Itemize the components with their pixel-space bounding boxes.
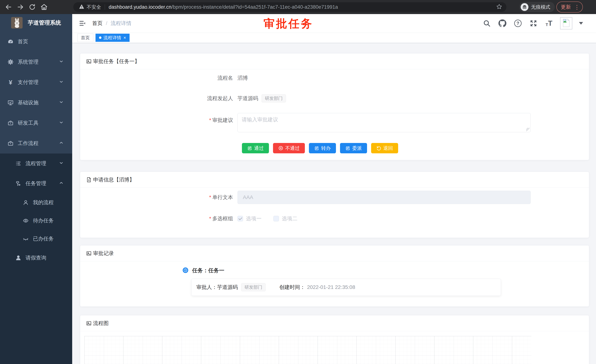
url-separator	[105, 4, 105, 10]
checkbox-label: 选项二	[282, 215, 298, 222]
main-area: 首页 / 流程详情 审批任务 ? TT	[72, 14, 596, 364]
approver-label: 审批人：	[196, 284, 217, 291]
avatar[interactable]	[560, 17, 572, 29]
active-dot-icon	[99, 36, 101, 39]
url-bar[interactable]: 不安全 dashboard.yudao.iocoder.cn /bpm/proc…	[73, 2, 507, 12]
breadcrumb-separator: /	[106, 20, 107, 26]
browser-toolbar: 不安全 dashboard.yudao.iocoder.cn /bpm/proc…	[0, 0, 596, 14]
screen: 不安全 dashboard.yudao.iocoder.cn /bpm/proc…	[0, 0, 596, 364]
apply-info-card: 申请信息【滔博】 *单行文本 *多选框组 选项一	[80, 172, 589, 238]
sidebar-item-infrastructure[interactable]: 基础设施	[0, 93, 72, 113]
button-label: 通过	[254, 145, 264, 152]
avatar-caret-icon[interactable]	[579, 22, 583, 25]
bookmark-star-icon[interactable]	[496, 4, 502, 11]
dept-tag: 研发部门	[261, 94, 286, 102]
github-icon[interactable]	[498, 19, 507, 28]
tab-close-icon[interactable]: ×	[123, 36, 126, 40]
sidebar-item-done-tasks[interactable]: 已办任务	[0, 230, 72, 248]
reject-button[interactable]: 不通过	[273, 143, 305, 153]
suggestion-textarea[interactable]	[238, 113, 531, 132]
app-title: 芋道管理系统	[28, 19, 61, 27]
sidebar-item-label: 系统管理	[18, 58, 38, 66]
sidebar-item-label: 基础设施	[18, 99, 38, 106]
briefcase-icon	[7, 120, 14, 126]
chevron-down-icon	[59, 79, 64, 86]
process-diagram-card: 流程图	[80, 315, 589, 364]
tab-label: 流程详情	[104, 35, 121, 41]
initiator-value: 芋道源码 研发部门	[238, 94, 286, 102]
return-button[interactable]: 退回	[371, 143, 398, 153]
sidebar-item-devtools[interactable]: 研发工具	[0, 113, 72, 133]
incognito-label: 无痕模式	[531, 4, 550, 10]
button-label: 不通过	[285, 145, 300, 152]
update-label[interactable]: 更新	[561, 4, 571, 10]
card-body: *单行文本 *多选框组 选项一 选项二	[80, 188, 589, 238]
transfer-button[interactable]: 转办	[309, 143, 336, 153]
card-header: 流程图	[80, 315, 589, 331]
delegate-button[interactable]: 委派	[340, 143, 367, 153]
process-name-value: 滔博	[238, 74, 248, 81]
user-solid-icon	[15, 255, 22, 261]
sidebar-item-payment[interactable]: ¥ 支付管理	[0, 72, 72, 93]
search-icon[interactable]	[482, 19, 491, 28]
help-icon[interactable]: ?	[514, 19, 522, 28]
process-name-label: 流程名	[80, 74, 238, 81]
chevron-down-icon	[59, 59, 64, 65]
record-detail-box: 审批人： 芋道源码 研发部门 创建时间： 2022-01-21 22:35:08	[191, 279, 501, 296]
sidebar-item-label: 我的流程	[33, 199, 54, 206]
button-label: 委派	[352, 145, 362, 152]
header-icons: ? TT	[482, 17, 596, 29]
checkbox-group: 选项一 选项二	[238, 215, 298, 222]
gear-icon	[7, 59, 14, 65]
tab-process-detail[interactable]: 流程详情 ×	[96, 34, 130, 42]
single-line-text-input	[238, 191, 531, 204]
font-size-icon[interactable]: TT	[544, 19, 553, 28]
document-icon	[86, 177, 92, 183]
sidebar-item-home[interactable]: 首页	[0, 31, 72, 52]
app-header: 首页 / 流程详情 审批任务 ? TT	[72, 14, 596, 33]
approval-buttons: 通过 不通过 转办 委派	[242, 143, 589, 153]
required-mark: *	[209, 194, 211, 200]
approve-button[interactable]: 通过	[242, 143, 269, 153]
chevron-down-icon	[59, 120, 64, 126]
fullscreen-icon[interactable]	[529, 19, 538, 28]
breadcrumb-home[interactable]: 首页	[92, 20, 103, 27]
tab-home[interactable]: 首页	[77, 34, 93, 42]
checkbox-label: 选项一	[246, 215, 261, 222]
hamburger-icon[interactable]	[76, 17, 89, 30]
home-icon[interactable]	[38, 1, 50, 13]
tags-view-bar: 首页 流程详情 ×	[72, 33, 596, 43]
chevron-down-icon	[59, 160, 64, 167]
required-mark: *	[209, 216, 211, 221]
chevron-up-icon	[59, 140, 64, 146]
sidebar-item-label: 已办任务	[33, 235, 54, 242]
url-host: dashboard.yudao.iocoder.cn	[109, 4, 171, 10]
button-label: 转办	[321, 145, 331, 152]
suggestion-label: *审批建议	[80, 113, 238, 124]
reload-icon[interactable]	[26, 1, 38, 13]
sidebar-item-leave-query[interactable]: 请假查询	[0, 248, 72, 268]
button-label: 退回	[383, 145, 393, 152]
forward-icon[interactable]	[15, 1, 26, 13]
security-label[interactable]: 不安全	[87, 4, 101, 10]
dept-tag: 研发部门	[241, 283, 266, 291]
sidebar-item-my-process[interactable]: 我的流程	[0, 193, 72, 211]
sidebar-item-todo-tasks[interactable]: 待办任务	[0, 211, 72, 230]
browser-menu-icon[interactable]: ⋮	[574, 4, 580, 10]
eye-closed-icon	[22, 236, 29, 242]
required-mark: *	[209, 117, 211, 123]
sidebar-item-system[interactable]: 系统管理	[0, 52, 72, 72]
page-content: 审批任务【任务一】 流程名 滔博 流程发起人 芋道源码 研发部门	[72, 43, 596, 364]
sidebar-item-workflow[interactable]: 工作流程	[0, 133, 72, 153]
red-annotation: 审批任务	[264, 16, 313, 31]
sidebar-item-process-management[interactable]: 流程管理	[0, 153, 72, 174]
incognito-badge: 无痕模式	[519, 2, 555, 12]
workflow-submenu: 流程管理 任务管理 我的流程	[0, 153, 72, 364]
url-path: /bpm/process-instance/detail?id=54aa251f…	[171, 4, 338, 10]
card-title: 审批记录	[93, 250, 114, 257]
sidebar: 芋道管理系统 首页 系统管理 ¥ 支付管理	[0, 14, 72, 364]
sidebar-item-task-management[interactable]: 任务管理	[0, 174, 72, 193]
card-header: 审批任务【任务一】	[80, 53, 589, 69]
browser-update-button[interactable]: 更新 ⋮	[556, 1, 583, 13]
back-icon[interactable]	[3, 1, 15, 13]
